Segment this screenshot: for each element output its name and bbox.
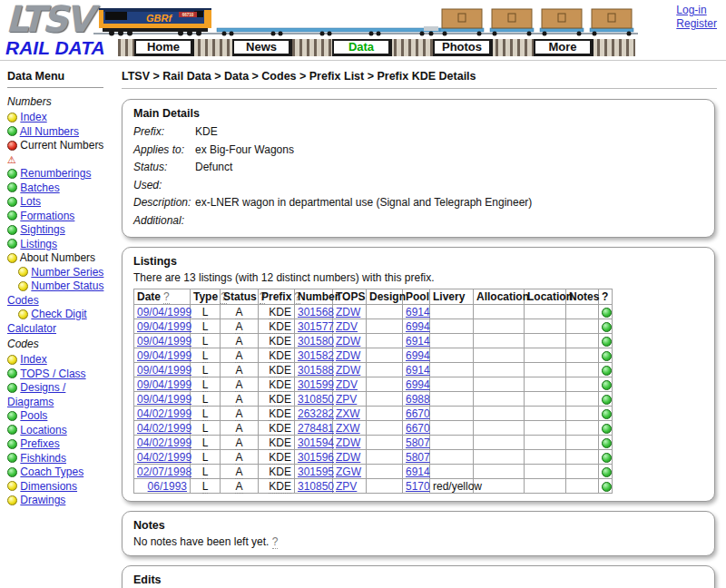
sidebar-label-index[interactable]: Index <box>20 353 46 366</box>
sidebar-label-locations[interactable]: Locations <box>20 424 66 436</box>
cell-link[interactable]: ZXW <box>336 422 360 435</box>
cell-link[interactable]: 6994 <box>406 349 430 362</box>
cell-link[interactable]: ZDW <box>336 451 360 464</box>
rail-line <box>93 33 638 34</box>
cell-link[interactable]: ZDW <box>336 349 360 362</box>
sidebar-label-all-numbers[interactable]: All Numbers <box>20 125 79 138</box>
cell-link[interactable]: ZDW <box>336 306 360 318</box>
green-ball-icon[interactable] <box>602 482 612 492</box>
cell-link[interactable]: ZXW <box>336 407 360 420</box>
sidebar-label-number-series[interactable]: Number Series <box>31 266 103 279</box>
cell-link[interactable]: 5807 <box>406 451 430 464</box>
cell-link[interactable]: ZDV <box>336 378 358 391</box>
sidebar-label-renumberings[interactable]: Renumberings <box>20 167 91 180</box>
sidebar-label-lots[interactable]: Lots <box>20 195 41 208</box>
cell-link[interactable]: 5807 <box>406 436 430 449</box>
cell-link[interactable]: ZGW <box>336 466 361 478</box>
green-ball-icon[interactable] <box>602 380 612 390</box>
cell-link[interactable]: 301582 <box>298 349 334 362</box>
cell-link[interactable]: 301568 <box>298 306 334 318</box>
cell-link[interactable]: 301594 <box>298 436 334 449</box>
tab-photos[interactable]: Photos <box>433 39 493 56</box>
cell-link[interactable]: 09/04/1999 <box>137 306 191 318</box>
cell-link[interactable]: ZDW <box>336 364 360 377</box>
sidebar-label-coach-types[interactable]: Coach Types <box>20 466 83 478</box>
cell-link[interactable]: ZPV <box>336 393 357 406</box>
sidebar-label-listings[interactable]: Listings <box>20 238 57 250</box>
green-ball-icon[interactable] <box>602 366 612 376</box>
green-ball-icon[interactable] <box>602 337 612 347</box>
cell-link[interactable]: 02/07/1998 <box>137 466 191 478</box>
cell-link[interactable]: ZDW <box>336 335 360 348</box>
cell-link[interactable]: 310850 <box>298 393 334 406</box>
cell-link[interactable]: 6914 <box>406 364 430 377</box>
green-ball-icon[interactable] <box>602 351 612 361</box>
cell-link[interactable]: 6914 <box>406 306 430 318</box>
cell-link[interactable]: ZDW <box>336 436 360 449</box>
green-ball-icon[interactable] <box>602 308 612 318</box>
page: LTSV RAIL DATA 66710 GBRf <box>0 0 726 588</box>
detail-field-used: Used: <box>133 177 703 195</box>
cell-link[interactable]: ZPV <box>336 480 357 493</box>
cell-link[interactable]: 263282 <box>298 407 334 420</box>
cell-link[interactable]: 6670 <box>406 407 430 420</box>
notes-help-icon[interactable]: ? <box>272 535 279 549</box>
cell-link[interactable]: 301580 <box>298 335 334 348</box>
cell-link[interactable]: 09/04/1999 <box>137 393 191 406</box>
nav-tabs: HomeNewsDataPhotosMore <box>118 39 635 56</box>
tab-home[interactable]: Home <box>134 39 194 56</box>
tab-data[interactable]: Data <box>332 39 392 56</box>
cell-link[interactable]: 04/02/1999 <box>137 422 191 435</box>
sidebar-label-sightings[interactable]: Sightings <box>20 223 64 236</box>
green-ball-icon[interactable] <box>602 424 612 434</box>
green-ball-icon[interactable] <box>602 409 612 419</box>
sidebar-label-prefixes[interactable]: Prefixes <box>20 437 59 450</box>
cell-link[interactable]: 301595 <box>298 466 334 478</box>
cell-link[interactable]: 06/1993 <box>148 480 187 493</box>
green-ball-icon[interactable] <box>602 438 612 448</box>
cell-link[interactable]: 301599 <box>298 378 334 391</box>
cell-link[interactable]: 04/02/1999 <box>137 436 191 449</box>
cell-link[interactable]: 301588 <box>298 364 334 377</box>
cell-link[interactable]: 6988 <box>406 393 430 406</box>
tab-more[interactable]: More <box>534 39 594 56</box>
green-ball-icon[interactable] <box>602 467 612 477</box>
green-ball-icon[interactable] <box>602 453 612 463</box>
sidebar-label-fishkinds[interactable]: Fishkinds <box>20 452 66 465</box>
cell-link[interactable]: 278481 <box>298 422 334 435</box>
cell-link[interactable]: 5170 <box>406 480 430 493</box>
sidebar-label-tops-class[interactable]: TOPS / Class <box>20 368 85 380</box>
sidebar-label-formations[interactable]: Formations <box>20 210 74 222</box>
sidebar-label-dimensions[interactable]: Dimensions <box>20 480 77 493</box>
sidebar-label-index[interactable]: Index <box>20 111 46 123</box>
field-label: Status: <box>133 159 195 177</box>
cell-link[interactable]: 310850 <box>298 480 334 493</box>
cell-link[interactable]: 04/02/1999 <box>137 451 191 464</box>
sidebar-label-pools[interactable]: Pools <box>20 409 47 422</box>
cell-link[interactable]: 09/04/1999 <box>137 335 191 348</box>
cell-link[interactable]: 6994 <box>406 320 430 333</box>
cell-link[interactable]: ZDV <box>336 320 358 333</box>
sidebar-label-batches[interactable]: Batches <box>20 181 59 194</box>
cell-link[interactable]: 09/04/1999 <box>137 364 191 377</box>
cell-link[interactable]: 6914 <box>406 335 430 348</box>
cell-tops: ZDW <box>333 363 367 377</box>
login-link[interactable]: Log-in <box>676 4 717 17</box>
cell-link[interactable]: 301596 <box>298 451 334 464</box>
tab-news[interactable]: News <box>232 39 292 56</box>
cell-link[interactable]: 301577 <box>298 320 334 333</box>
cell-link[interactable]: 6914 <box>406 466 430 478</box>
cell-link[interactable]: 09/04/1999 <box>137 320 191 333</box>
column-help-icon[interactable]: ? <box>163 290 170 304</box>
yellow-ball-icon <box>7 495 17 505</box>
cell-link[interactable]: 09/04/1999 <box>137 349 191 362</box>
cell-link[interactable]: 09/04/1999 <box>137 378 191 391</box>
sidebar-label-drawings[interactable]: Drawings <box>20 494 65 506</box>
green-ball-icon[interactable] <box>602 395 612 405</box>
green-ball-icon[interactable] <box>602 322 612 332</box>
cell-link[interactable]: 6670 <box>406 422 430 435</box>
column-header-status: Status? <box>221 289 259 305</box>
cell-link[interactable]: 6994 <box>406 378 430 391</box>
cell-link[interactable]: 04/02/1999 <box>137 407 191 420</box>
register-link[interactable]: Register <box>676 17 717 31</box>
